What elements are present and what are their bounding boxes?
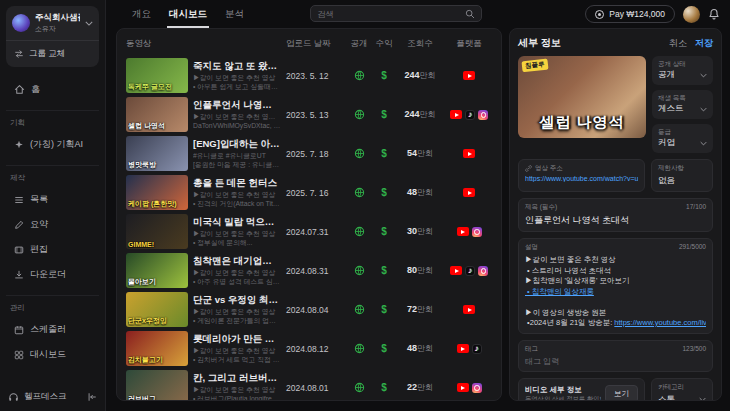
user-avatar[interactable]: [683, 6, 700, 23]
chevron-down-icon: [700, 73, 707, 78]
select-등급[interactable]: 등급커엽: [652, 124, 713, 153]
video-thumbnail[interactable]: 김치불고기: [126, 331, 188, 366]
sparkle-icon: [14, 140, 24, 150]
visibility-cell: [349, 265, 369, 276]
select-재생 목록[interactable]: 재생 목록게스트: [652, 90, 713, 119]
search-input[interactable]: [317, 9, 461, 19]
select-공개 상태[interactable]: 공개 상태공개: [652, 56, 713, 85]
org-name: 주식회사샘플: [35, 12, 80, 24]
sidebar-item-home[interactable]: 홈: [6, 77, 99, 102]
youtube-icon: [463, 71, 475, 80]
video-title[interactable]: 미국식 밀랍 먹으면서 미국 문화 누리기: [193, 216, 281, 229]
table-row[interactable]: 김치불고기롯데리아가 만든 또 하나의 K-예술 작품▶같이 보면 좋은 추천 …: [126, 329, 492, 368]
visibility-cell: [349, 187, 369, 198]
revenue-icon: $: [381, 148, 387, 159]
title-field[interactable]: 제목 (필수) 17/100 인플루언서 나영석 초대석: [518, 198, 713, 232]
tiktok-icon: ♪: [465, 266, 475, 276]
video-url-link[interactable]: https://www.youtube.com/watch?v=u9ZbHwB2…: [525, 175, 638, 182]
video-thumbnail[interactable]: GIMME!: [126, 214, 188, 249]
select-value-text: 커엽: [658, 137, 675, 149]
tab-대시보드[interactable]: 대시보드: [167, 1, 209, 28]
sidebar-item-film[interactable]: 편집: [6, 237, 99, 262]
sidebar-item-dashboard[interactable]: 대시보드: [6, 342, 99, 367]
bell-icon[interactable]: [708, 8, 720, 20]
chevron-down-icon: [699, 397, 706, 401]
group-switch-button[interactable]: 그룹 교체: [12, 41, 93, 67]
video-thumbnail[interactable]: 케이팝 (흔한맛): [126, 175, 188, 210]
calendar-icon: [14, 325, 24, 335]
video-thumbnail[interactable]: 단군x우정잉: [126, 292, 188, 327]
table-header: 동영상 업로드 날짜 공개 수익 조회수 플랫폼: [126, 35, 492, 56]
video-title[interactable]: 롯데리아가 만든 또 하나의 K-예술 작품: [193, 333, 281, 346]
video-thumbnail[interactable]: 몰아보기: [126, 253, 188, 288]
video-url-label: 영상 주소: [535, 164, 563, 173]
table-row[interactable]: 케이팝 (흔한맛)총을 든 데몬 헌터스▶같이 보면 좋은 추천 영상• 진격의…: [126, 173, 492, 212]
home-icon: [14, 84, 25, 95]
video-thumbnail[interactable]: 독케쭈 글모전: [126, 58, 188, 93]
helpdesk-button[interactable]: 헬프데스크: [8, 391, 67, 403]
app-root: 주식회사샘플 소유자 그룹 교체 홈 기획(가칭) 기획AI제작목록요약편: [0, 0, 730, 411]
views-unit: 만회: [420, 110, 436, 119]
sidebar-item-label: 홈: [31, 83, 40, 96]
video-title-cell: 침착맨은 대기업에 입사할 수 있을까?▶같이 보면 좋은 추천 영상• 아주 …: [193, 255, 281, 286]
video-thumbnail[interactable]: 셀럽 나영석: [126, 97, 188, 132]
video-thumbnail[interactable]: 병맛쿡방: [126, 136, 188, 171]
visibility-cell: [349, 226, 369, 237]
save-button[interactable]: 저장: [695, 37, 713, 50]
sidebar-item-pencil[interactable]: 요약: [6, 212, 99, 237]
table-row[interactable]: 단군x우정잉단군 vs 우정잉 최강의 치타급 인간을 가려라...▶같이 보면…: [126, 290, 492, 329]
org-selector[interactable]: 주식회사샘플 소유자: [12, 12, 93, 40]
video-description-line: DaTonVWhiMOySvDXtac, ▶'침착맨의 일상재롱' 모...: [193, 121, 281, 130]
visibility-cell: [349, 304, 369, 315]
table-row[interactable]: 러브버그칸, 그리고 러브버그와의 맞짱...▶같이 보면 좋은 추천 영상• …: [126, 368, 492, 401]
select-label: 등급: [658, 128, 707, 137]
sidebar-item-download[interactable]: 다운로더: [6, 262, 99, 287]
sidebar-item-label: 대시보드: [30, 348, 66, 361]
top-tabs: 개요대시보드분석: [130, 0, 246, 28]
sidebar-item-list[interactable]: 목록: [6, 187, 99, 212]
category-select[interactable]: 카테고리 소통: [651, 378, 713, 402]
sidebar-section: 제작목록요약편집다운로더: [6, 165, 99, 287]
view-button[interactable]: 보기: [605, 385, 638, 401]
film-icon: [14, 245, 24, 255]
video-title[interactable]: [ENG]입대하는 아이돌을 위한 맛티자 영통 [...: [193, 138, 281, 151]
pay-button[interactable]: Pay ₩124,000: [585, 5, 675, 23]
upload-date: 2025. 7. 16: [286, 188, 344, 198]
views-cell: 72만회: [399, 304, 441, 315]
visibility-cell: [349, 382, 369, 393]
video-thumbnail[interactable]: 러브버그: [126, 370, 188, 401]
youtube-icon: [463, 305, 475, 314]
table-row[interactable]: 몰아보기침착맨은 대기업에 입사할 수 있을까?▶같이 보면 좋은 추천 영상•…: [126, 251, 492, 290]
video-title[interactable]: 칸, 그리고 러브버그와의 맞짱...: [193, 372, 281, 385]
video-title[interactable]: 인플루언서 나영석 초대석: [193, 99, 281, 112]
tags-field[interactable]: 태그 123/500 태그 입력: [518, 340, 713, 372]
description-field[interactable]: 설명 291/5000 ▶같이 보면 좋은 추천 영상 • 스트리머 나영석 초…: [518, 238, 713, 334]
search-icon[interactable]: [465, 9, 475, 19]
video-info-card: 비디오 세부 정보 동영상의 상세 정보를 확인할 수 있습니다 보기: [518, 378, 645, 402]
table-row[interactable]: 독케쭈 글모전죽지도 않고 또 왔네...▶같이 보면 좋은 추천 영상• 아무…: [126, 56, 492, 95]
video-title[interactable]: 침착맨은 대기업에 입사할 수 있을까?: [193, 255, 281, 268]
table-row[interactable]: 셀럽 나영석인플루언서 나영석 초대석▶같이 보면 좋은 추천 영상, http…: [126, 95, 492, 134]
views-unit: 만회: [417, 227, 433, 236]
video-description-line: ▶같이 보면 좋은 추천 영상: [193, 346, 281, 355]
video-title[interactable]: 단군 vs 우정잉 최강의 치타급 인간을 가려라...: [193, 294, 281, 307]
video-title[interactable]: 죽지도 않고 또 왔네...: [193, 60, 281, 73]
description-text-segment: [525, 297, 527, 306]
description-link[interactable]: https://www.youtube.com/live/: [614, 318, 706, 327]
sidebar: 주식회사샘플 소유자 그룹 교체 홈 기획(가칭) 기획AI제작목록요약편: [0, 0, 106, 411]
sidebar-item-sparkle[interactable]: (가칭) 기획AI: [6, 132, 99, 157]
cancel-button[interactable]: 취소: [669, 37, 687, 50]
tab-분석[interactable]: 분석: [223, 1, 246, 28]
sidebar-section-label: 기획: [6, 118, 99, 132]
title-char-counter: 17/100: [686, 203, 706, 212]
sidebar-item-calendar[interactable]: 스케줄러: [6, 317, 99, 342]
visibility-cell: [349, 343, 369, 354]
description-link[interactable]: • 침착맨의 일상재롱: [525, 287, 594, 296]
video-thumbnail-preview[interactable]: 침플루 셀럽 나영석: [518, 56, 646, 138]
table-row[interactable]: 병맛쿡방[ENG]입대하는 아이돌을 위한 맛티자 영통 [...#유니클로 #…: [126, 134, 492, 173]
tab-개요[interactable]: 개요: [130, 1, 153, 28]
video-title[interactable]: 총을 든 데몬 헌터스: [193, 177, 281, 190]
description-line: ▶같이 보면 좋은 추천 영상: [525, 255, 706, 266]
table-row[interactable]: GIMME!미국식 밀랍 먹으면서 미국 문화 누리기▶같이 보면 좋은 추천 …: [126, 212, 492, 251]
collapse-sidebar-icon[interactable]: [87, 392, 97, 402]
